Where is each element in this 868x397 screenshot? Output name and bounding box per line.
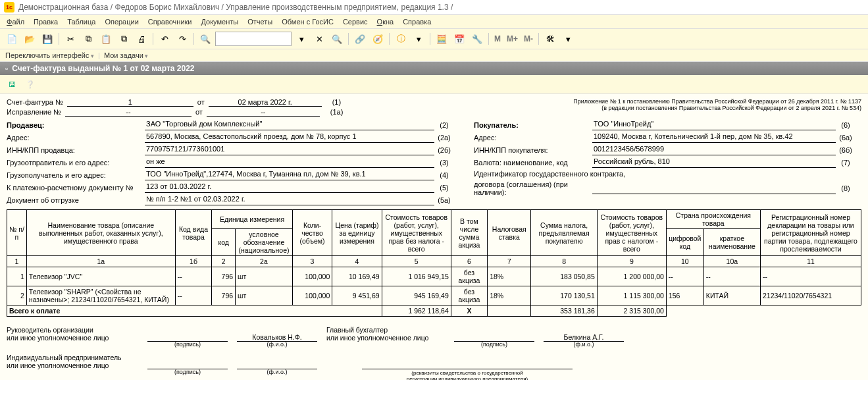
- total-notax: 1 962 118,64: [382, 305, 451, 317]
- ot1: от: [197, 98, 205, 106]
- mplus-btn[interactable]: M+: [505, 34, 520, 43]
- n7: (7): [836, 159, 855, 167]
- nr-5: 5: [382, 256, 451, 267]
- save-doc-icon[interactable]: 🖫: [5, 78, 18, 91]
- invoice-lbl: Счет-фактура №: [7, 98, 63, 106]
- nav-icon[interactable]: 🧭: [370, 31, 386, 47]
- menu-rep[interactable]: Отчеты: [247, 18, 272, 26]
- buyer: ТОО "ИнноТрейд": [592, 119, 836, 130]
- menu-win[interactable]: Окна: [377, 18, 394, 26]
- ip-sign: (подпись): [147, 361, 228, 369]
- seller-addr-lbl: Адрес:: [7, 133, 145, 142]
- cut-icon[interactable]: ✂: [63, 31, 78, 47]
- nr-1a: 1a: [26, 256, 175, 267]
- print-icon[interactable]: 🖨: [134, 31, 149, 47]
- th-4: Цена (тариф) за единицу измерения: [332, 210, 382, 256]
- th-2b: условное обозначение (национальное): [236, 229, 293, 256]
- app-title: Демонстрационная база / Федоров Борис Ми…: [18, 3, 453, 12]
- menu-svc[interactable]: Сервис: [343, 18, 368, 26]
- m-btn[interactable]: M: [492, 34, 503, 43]
- table-row: 2Телевизор "SHARP" (<Свойства не назначе…: [7, 286, 861, 305]
- app-logo-icon: 1c: [4, 2, 14, 13]
- total-withtax: 2 315 300,00: [597, 305, 666, 317]
- calc-icon[interactable]: 🧮: [434, 31, 449, 47]
- menu-gosis[interactable]: Обмен с ГосИС: [282, 18, 334, 26]
- nr-8: 8: [531, 256, 597, 267]
- fix-lbl: Исправление №: [7, 108, 61, 116]
- nr-1: 1: [7, 256, 27, 267]
- th-5: Стоимость товаров (работ, услуг), имущес…: [382, 210, 451, 256]
- gos-val: [592, 183, 836, 194]
- mminus-btn[interactable]: M-: [522, 34, 535, 43]
- menu-ref[interactable]: Справочники: [148, 18, 192, 26]
- buyer-addr: 109240, Москва г, Котельнический 1-й пер…: [592, 132, 836, 143]
- dd2-icon[interactable]: ▾: [560, 31, 576, 47]
- th-10a: цифровой код: [666, 229, 703, 256]
- table-row: 1Телевизор "JVC"--796шт100,00010 169,491…: [7, 267, 861, 286]
- link-icon[interactable]: 🔗: [352, 31, 368, 47]
- menu-docs[interactable]: Документы: [201, 18, 238, 26]
- buyer-addr-lbl: Адрес:: [474, 133, 592, 142]
- th-8: Сумма налога, предъявляемая покупателю: [531, 210, 597, 256]
- n2b: (2б): [434, 146, 454, 154]
- menu-ops[interactable]: Операции: [105, 18, 138, 26]
- doc-icon: ▫: [5, 64, 8, 73]
- n1a: (1a): [330, 108, 344, 116]
- search-icon[interactable]: 🔍: [197, 31, 213, 47]
- th-3: Коли-чество (объем): [292, 210, 332, 256]
- help-icon[interactable]: ❔: [24, 78, 37, 91]
- invoice-date: 02 марта 2022 г.: [209, 98, 322, 107]
- save-icon[interactable]: 💾: [39, 31, 55, 47]
- total-lbl: Всего к оплате: [7, 305, 382, 317]
- cons-lbl: Грузополучатель и его адрес:: [7, 171, 145, 180]
- n8: (8): [836, 184, 855, 192]
- calendar-icon[interactable]: 📅: [451, 31, 467, 47]
- head-name: Ковальков Н.Ф.(ф.и.о.): [237, 333, 317, 342]
- items-table: № п/п Наименование товара (описание выпо…: [7, 209, 861, 317]
- ip-lbl: Индивидуальный предприниматель или иное …: [7, 354, 138, 369]
- redo-icon[interactable]: ↷: [174, 31, 190, 47]
- nr-10a: 10a: [703, 256, 760, 267]
- n4: (4): [434, 171, 454, 179]
- new-icon[interactable]: 📄: [4, 31, 20, 47]
- total-x: X: [451, 305, 487, 317]
- shipper: он же: [145, 157, 434, 168]
- th-10b: краткое наименование: [703, 229, 760, 256]
- buyer-inn: 0012123456/5678999: [592, 144, 836, 155]
- document-area: Счет-фактура № 1 от 02 марта 2022 г. (1)…: [0, 94, 868, 380]
- undo-icon[interactable]: ↶: [157, 31, 172, 47]
- settings-icon[interactable]: 🛠: [542, 31, 558, 47]
- head-sign: (подпись): [147, 333, 228, 342]
- nr-6: 6: [451, 256, 487, 267]
- n6a: (6a): [836, 134, 855, 142]
- ip-rek: (реквизиты свидетельства о государственн…: [362, 361, 573, 369]
- shipper-lbl: Грузоотправитель и его адрес:: [7, 158, 145, 167]
- acc-lbl: Главный бухгалтер или иное уполномоченно…: [326, 326, 445, 342]
- tool-icon[interactable]: 🔧: [469, 31, 485, 47]
- invoice-no: 1: [67, 98, 193, 107]
- th-1b: Код вида товара: [175, 210, 212, 256]
- paste-icon[interactable]: 📋: [98, 31, 114, 47]
- menu-table[interactable]: Таблица: [67, 18, 95, 26]
- search-input[interactable]: [215, 32, 292, 46]
- switch-interface[interactable]: Переключить интерфейс: [5, 51, 94, 59]
- clear-icon[interactable]: ✕: [311, 31, 327, 47]
- find-icon[interactable]: 🔍: [329, 31, 345, 47]
- menu-file[interactable]: Файл: [7, 18, 24, 26]
- dropdown-icon[interactable]: ▾: [294, 31, 309, 47]
- info-icon[interactable]: ⓘ: [393, 31, 409, 47]
- appendix1: Приложение № 1 к постановлению Правитель…: [493, 98, 861, 105]
- n2a: (2a): [434, 134, 454, 142]
- nr-10: 10: [666, 256, 703, 267]
- fix-date: --: [207, 108, 320, 117]
- menu-help[interactable]: Справка: [403, 18, 431, 26]
- main-toolbar: 📄 📂 💾 ✂ ⧉ 📋 ⧉ 🖨 ↶ ↷ 🔍 ▾ ✕ 🔍 🔗 🧭 ⓘ ▾ 🧮 📅 …: [0, 29, 868, 49]
- copy2-icon[interactable]: ⧉: [116, 31, 132, 47]
- document-tab[interactable]: ▫ Счет-фактура выданный № 1 от 02 марта …: [0, 62, 868, 75]
- my-tasks[interactable]: Мои задачи: [104, 51, 148, 59]
- dd-icon[interactable]: ▾: [411, 31, 426, 47]
- menu-edit[interactable]: Правка: [34, 18, 58, 26]
- seller-inn: 7709757121/773601001: [145, 144, 434, 155]
- copy-icon[interactable]: ⧉: [80, 31, 96, 47]
- open-icon[interactable]: 📂: [22, 31, 38, 47]
